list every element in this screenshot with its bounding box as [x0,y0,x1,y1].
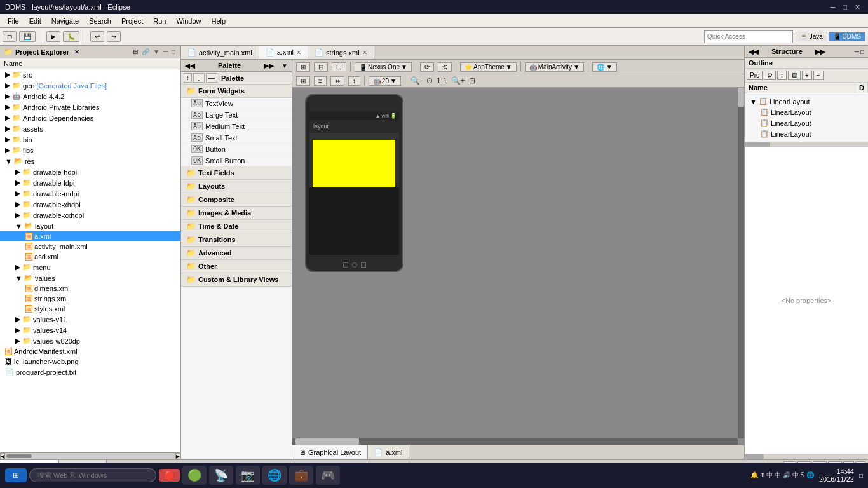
rotate-btn2[interactable]: ⟲ [438,62,452,72]
tree-item-res[interactable]: ▼ 📂 res [0,156,180,166]
minimize-panel-btn[interactable]: ─ [162,48,169,55]
fit-width-btn[interactable]: ⇔ [330,76,344,86]
undo-btn[interactable]: ↩ [90,31,104,42]
tab-xml-source[interactable]: 📄 a.xml [368,445,409,459]
palette-cat-advanced-header[interactable]: 📁 Advanced [181,247,292,260]
menu-navigate[interactable]: Navigate [46,16,84,26]
language-btn[interactable]: 🌐 ▼ [592,62,617,72]
tree-item-asd-xml[interactable]: a asd.xml [0,252,180,262]
outline-linearlayout-2[interactable]: 📋 LinearLayout [747,118,865,128]
palette-item-large-text[interactable]: Ab Large Text [181,109,292,121]
row-layout-btn[interactable]: ≡ [314,76,327,86]
debug-btn[interactable]: 🐛 [63,31,79,42]
tree-item-drawable-ldpi[interactable]: ▶ 📁 drawable-ldpi [0,177,180,188]
scroll-right-btn[interactable]: ▶ [175,453,180,459]
outline-linearlayout-root[interactable]: ▼ 📋 LinearLayout [747,96,865,107]
zoom-fit-btn[interactable]: ⊙ [425,76,434,85]
palette-tool-1[interactable]: ↕ [184,73,192,83]
taskbar-app-6[interactable]: 🎮 [316,466,340,485]
tab-axml[interactable]: 📄 a.xml ✕ [259,46,308,59]
java-perspective-btn[interactable]: ☕ Java [796,32,827,41]
palette-item-small-text[interactable]: Ab Small Text [181,132,292,144]
minimize-btn[interactable]: ─ [828,3,838,11]
palette-arrows-right[interactable]: ▶▶ [264,62,274,69]
taskbar-app-1[interactable]: 🔴 [159,469,180,482]
tree-item-drawable-xhdpi[interactable]: ▶ 📁 drawable-xhdpi [0,199,180,210]
tab-close-btn[interactable]: ✕ [296,49,301,56]
zoom-in-btn[interactable]: 🔍+ [450,76,466,85]
tree-item-private-libs[interactable]: ▶ 📁 Android Private Libraries [0,102,180,112]
palette-item-textview[interactable]: Ab TextView [181,98,292,109]
taskbar-search-input[interactable] [29,468,156,482]
canvas-hscroll[interactable] [292,438,738,445]
structure-tool-4[interactable]: 🖥 [788,71,801,80]
palette-cat-other-header[interactable]: 📁 Other [181,260,292,273]
canvas-vscroll[interactable] [738,88,744,438]
scroll-left-btn[interactable]: ◀ [0,453,5,459]
fit-height-btn[interactable]: ↕ [348,76,360,86]
panel-menu-btn[interactable]: ▼ [152,48,161,55]
tree-item-axml[interactable]: a a.xml [0,231,180,241]
palette-cat-composite-header[interactable]: 📁 Composite [181,193,292,207]
menu-help[interactable]: Help [207,16,231,26]
maximize-panel-btn[interactable]: □ [170,48,177,55]
structure-tool-2[interactable]: ⚙ [764,71,776,80]
rotate-btn[interactable]: ⟳ [420,62,434,72]
tree-item-gen[interactable]: ▶ 📁 gen [Generated Java Files] [0,80,180,91]
palette-cat-custom-header[interactable]: 📁 Custom & Library Views [181,273,292,287]
menu-project[interactable]: Project [116,16,148,26]
project-explorer-close-icon[interactable]: ✕ [74,49,79,55]
api-btn[interactable]: 🤖 20 ▼ [369,76,401,86]
tree-item-layout[interactable]: ▼ 📂 layout [0,220,180,231]
structure-minimize-btn[interactable]: ─ [855,48,859,55]
device-selector-btn[interactable]: 📱 Nexus One ▼ [355,62,412,72]
taskbar-app-5[interactable]: 💼 [289,466,313,485]
palette-item-small-button[interactable]: OK Small Button [181,155,292,166]
tree-item-bin[interactable]: ▶ 📁 bin [0,134,180,145]
zoom-out-btn[interactable]: 🔍- [409,76,424,85]
structure-left-arrow[interactable]: ◀◀ [749,48,759,55]
layout-icon-btn2[interactable]: ⊟ [314,62,328,72]
tree-item-proguard[interactable]: 📄 proguard-project.txt [0,367,180,377]
new-btn[interactable]: ◻ [3,31,17,42]
palette-tool-2[interactable]: ⋮ [193,73,205,83]
quick-access-input[interactable] [704,30,793,43]
save-btn[interactable]: 💾 [19,31,36,42]
project-hscroll[interactable]: ◀ ▶ [0,452,180,459]
structure-tool-3[interactable]: ↕ [777,71,787,80]
structure-tool-remove[interactable]: − [813,71,824,80]
zoom-100-btn[interactable]: 1:1 [435,76,449,85]
tree-item-android442[interactable]: ▶ 🤖 Android 4.4.2 [0,91,180,102]
run-btn[interactable]: ▶ [46,31,60,42]
taskbar-app-4[interactable]: 📷 [236,466,260,485]
tree-item-activity-main-xml[interactable]: a activity_main.xml [0,241,180,252]
tree-item-libs[interactable]: ▶ 📁 libs [0,145,180,156]
tree-item-src[interactable]: ▶ 📁 src [0,69,180,80]
redo-btn[interactable]: ↪ [107,31,121,42]
menu-file[interactable]: File [3,16,24,26]
palette-cat-time-date-header[interactable]: 📁 Time & Date [181,220,292,233]
palette-cat-images-media-header[interactable]: 📁 Images & Media [181,207,292,220]
taskbar-app-chrome[interactable]: 🌐 [262,466,287,485]
tree-item-values-v11[interactable]: ▶ 📁 values-v11 [0,314,180,325]
close-btn[interactable]: ✕ [852,3,863,11]
start-button[interactable]: ⊞ [5,468,27,482]
taskbar-notification-icon[interactable]: □ [859,472,863,479]
structure-tool-1[interactable]: Prc [747,71,763,80]
tab-activity-main[interactable]: 📄 activity_main.xml [181,46,259,59]
tree-item-values-w820dp[interactable]: ▶ 📁 values-w820dp [0,336,180,346]
layout-icon-btn3[interactable]: ◱ [332,62,346,71]
tree-item-styles-xml[interactable]: a styles.xml [0,304,180,314]
collapse-all-btn[interactable]: ⊟ [132,48,139,55]
menu-search[interactable]: Search [84,16,116,26]
tab-close-btn-strings[interactable]: ✕ [362,49,367,56]
palette-item-button[interactable]: OK Button [181,144,292,155]
palette-arrows-left[interactable]: ◀◀ [185,62,195,69]
link-editor-btn[interactable]: 🔗 [140,48,151,55]
tree-item-dependencies[interactable]: ▶ 📁 Android Dependencies [0,112,180,123]
menu-run[interactable]: Run [148,16,171,26]
tab-graphical-layout[interactable]: 🖥 Graphical Layout [292,445,368,459]
structure-maximize-btn[interactable]: □ [860,48,864,55]
tree-item-ic-launcher[interactable]: 🖼 ic_launcher-web.png [0,356,180,367]
zoom-fit-screen-btn[interactable]: ⊡ [468,76,477,85]
